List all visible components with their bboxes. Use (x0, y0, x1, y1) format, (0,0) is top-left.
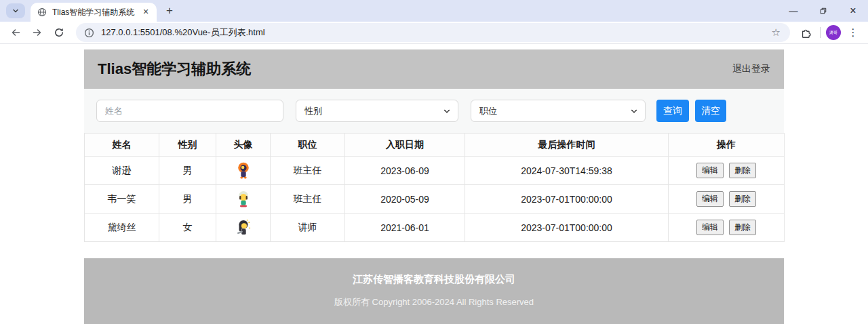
table-row: 韦一笑 男 班主任 2020-05-09 2 (85, 185, 785, 214)
tab-title: Tlias智能学习辅助系统 (52, 7, 140, 18)
col-update-time: 最后操作时间 (465, 134, 669, 157)
cell-entry-date: 2020-05-09 (345, 185, 465, 214)
col-avatar: 头像 (216, 134, 271, 157)
restore-icon[interactable] (808, 1, 838, 21)
cell-gender: 女 (159, 214, 216, 242)
bookmark-star-icon[interactable]: ☆ (769, 26, 783, 39)
app-footer: 江苏传智播客教育科技股份有限公司 版权所有 Copyright 2006-202… (84, 258, 784, 324)
new-tab-button[interactable]: + (161, 2, 178, 20)
browser-menu-button[interactable]: ⋮ (845, 24, 861, 41)
site-info-icon[interactable] (84, 28, 94, 38)
position-select[interactable]: 职位 (471, 100, 646, 122)
table-row: 黛绮丝 女 讲师 (85, 214, 785, 242)
employee-avatar-icon (235, 218, 252, 237)
employee-avatar-icon (236, 190, 251, 208)
position-select-value: 职位 (479, 105, 497, 117)
employee-table: 姓名 性别 头像 职位 入职日期 最后操作时间 操作 谢逊 男 (84, 133, 785, 242)
cell-position: 班主任 (271, 185, 345, 214)
footer-company: 江苏传智播客教育科技股份有限公司 (84, 273, 784, 286)
forward-button[interactable] (28, 24, 46, 41)
gender-select[interactable]: 性别 (296, 100, 458, 122)
cell-avatar (216, 157, 271, 185)
col-actions: 操作 (669, 134, 785, 157)
tab-close-icon[interactable]: × (140, 7, 151, 18)
cell-avatar (216, 214, 271, 242)
toolbar-right-cluster: 涛哥 ⋮ (797, 24, 861, 41)
edit-button[interactable]: 编辑 (696, 220, 724, 235)
profile-initials: 涛哥 (829, 30, 837, 36)
cell-name: 韦一笑 (85, 185, 159, 214)
cell-position: 讲师 (271, 214, 345, 242)
reload-button[interactable] (50, 24, 68, 41)
cell-name: 谢逊 (85, 157, 159, 185)
delete-button[interactable]: 删除 (729, 163, 756, 178)
minimize-icon[interactable]: — (778, 1, 808, 21)
query-button[interactable]: 查询 (656, 100, 689, 122)
employee-avatar-icon (236, 161, 251, 180)
footer-copyright: 版权所有 Copyright 2006-2024 All Rights Rese… (84, 296, 784, 308)
table-row: 谢逊 男 班主任 2023-06-09 20 (85, 157, 785, 185)
window-controls: — × (778, 0, 868, 22)
chevron-down-icon (630, 107, 638, 115)
page-body: Tlias智能学习辅助系统 退出登录 性别 职位 查询 清空 (0, 43, 868, 324)
toolbar-divider (820, 27, 821, 38)
delete-button[interactable]: 删除 (729, 220, 756, 235)
gender-select-value: 性别 (304, 105, 322, 117)
col-name: 姓名 (85, 134, 159, 157)
address-bar[interactable]: 127.0.0.1:5501/08.%20Vue-员工列表.html ☆ (76, 23, 790, 42)
edit-button[interactable]: 编辑 (696, 191, 724, 207)
cell-actions: 编辑 删除 (669, 214, 785, 242)
browser-toolbar: 127.0.0.1:5501/08.%20Vue-员工列表.html ☆ 涛哥 … (0, 22, 868, 43)
logout-link[interactable]: 退出登录 (732, 63, 770, 75)
browser-tab[interactable]: Tlias智能学习辅助系统 × (31, 3, 157, 22)
url-text[interactable]: 127.0.0.1:5501/08.%20Vue-员工列表.html (101, 26, 769, 39)
arrow-right-icon (32, 27, 43, 38)
cell-position: 班主任 (271, 157, 345, 185)
cell-name: 黛绮丝 (85, 214, 159, 242)
delete-button[interactable]: 删除 (729, 191, 756, 207)
cell-actions: 编辑 删除 (669, 185, 785, 214)
browser-tab-strip: Tlias智能学习辅助系统 × + — × (0, 0, 868, 22)
col-entry-date: 入职日期 (345, 134, 465, 157)
cell-update-time: 2023-07-01T00:00:00 (465, 214, 669, 242)
search-form: 性别 职位 查询 清空 (84, 89, 784, 133)
cell-actions: 编辑 删除 (669, 157, 785, 185)
cell-entry-date: 2023-06-09 (345, 157, 465, 185)
cell-update-time: 2024-07-30T14:59:38 (465, 157, 669, 185)
cell-update-time: 2023-07-01T00:00:00 (465, 185, 669, 214)
cell-gender: 男 (159, 157, 216, 185)
table-header-row: 姓名 性别 头像 职位 入职日期 最后操作时间 操作 (85, 134, 785, 157)
close-window-icon[interactable]: × (838, 1, 868, 21)
chevron-down-icon (443, 107, 451, 115)
restore-squares-icon (819, 7, 827, 15)
cell-gender: 男 (159, 185, 216, 214)
clear-button[interactable]: 清空 (695, 100, 726, 122)
edit-button[interactable]: 编辑 (696, 163, 724, 178)
puzzle-icon (800, 27, 811, 38)
back-button[interactable] (7, 24, 24, 41)
chevron-down-icon (12, 7, 20, 15)
extensions-button[interactable] (797, 24, 814, 41)
cell-avatar (216, 185, 271, 214)
profile-avatar[interactable]: 涛哥 (826, 25, 841, 40)
arrow-left-icon (10, 27, 21, 38)
cell-entry-date: 2021-06-01 (345, 214, 465, 242)
tab-search-button[interactable] (6, 3, 25, 18)
col-position: 职位 (271, 134, 345, 157)
col-gender: 性别 (159, 134, 216, 157)
globe-icon (37, 7, 47, 17)
app-header: Tlias智能学习辅助系统 退出登录 (84, 49, 784, 89)
page-title: Tlias智能学习辅助系统 (98, 59, 251, 79)
reload-icon (54, 27, 64, 38)
name-input[interactable] (96, 100, 283, 122)
